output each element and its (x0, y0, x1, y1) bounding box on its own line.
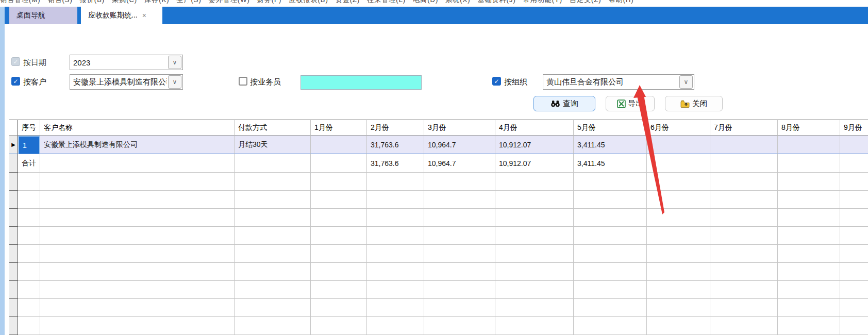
grid-cell (710, 299, 778, 317)
grid-corner-cell[interactable] (9, 120, 18, 136)
grid-cell (574, 299, 647, 317)
row-indicator-cell[interactable] (9, 154, 18, 173)
empty-row (9, 299, 868, 317)
grid-cell[interactable]: 3,411.45 (574, 154, 647, 173)
column-header-6月份[interactable]: 6月份 (647, 120, 710, 136)
excel-icon (617, 99, 626, 108)
grid-cell[interactable] (710, 136, 778, 154)
grid-cell (778, 263, 840, 281)
menu-bar-text: 销售管理(M) 销售(S) 报价(B) 采购(C) 库存(K) 生产(S) 委外… (0, 0, 868, 5)
by-date-checkbox[interactable]: ✓ (11, 57, 20, 66)
grid-cell (235, 299, 311, 317)
column-header-3月份[interactable]: 3月份 (424, 120, 495, 136)
close-button[interactable]: 关闭 (665, 96, 723, 111)
grid-cell[interactable] (40, 154, 235, 173)
grid-cell (647, 317, 710, 335)
row-marker-cell[interactable]: ▶ (9, 136, 18, 154)
grid-cell (574, 227, 647, 245)
table-row-total: 合计31,763.610,964.710,912.073,411.45 (9, 154, 868, 173)
grid-cell (778, 227, 840, 245)
by-salesman-checkbox[interactable] (239, 77, 247, 86)
grid-cell[interactable] (778, 154, 840, 173)
grid-cell[interactable]: 31,763.6 (367, 154, 424, 173)
grid-cell[interactable]: 10,964.7 (424, 136, 495, 154)
chevron-down-icon[interactable]: ∨ (679, 75, 693, 89)
grid-cell (235, 191, 311, 209)
by-date-label: 按日期 (23, 58, 46, 68)
tab-receivable-aging-stats[interactable]: 应收款账期统... × (81, 7, 162, 24)
org-select[interactable]: 黄山伟旦合金有限公司 ∨ (543, 74, 694, 90)
empty-row (9, 191, 868, 209)
grid-cell (424, 299, 495, 317)
close-icon[interactable]: × (142, 11, 146, 20)
grid-cell (424, 191, 495, 209)
grid-cell (367, 191, 424, 209)
close-button-label: 关闭 (692, 99, 708, 109)
chevron-down-icon[interactable]: ∨ (168, 75, 181, 89)
data-grid: 序号客户名称付款方式1月份2月份3月份4月份5月份6月份7月份8月份9月份▶1安… (9, 120, 868, 335)
column-header-9月份[interactable]: 9月份 (840, 120, 868, 136)
tab-desktop-navigation[interactable]: 桌面导航 (9, 7, 77, 24)
grid-cell[interactable] (647, 136, 710, 154)
grid-cell (311, 245, 367, 263)
grid-cell[interactable] (840, 136, 868, 154)
column-header-8月份[interactable]: 8月份 (778, 120, 840, 136)
customer-select[interactable]: 安徽景上添模具制造有限公司 ∨ (70, 74, 183, 90)
year-select[interactable]: 2023 ∨ (70, 55, 183, 70)
grid-cell[interactable]: 10,912.07 (495, 136, 574, 154)
salesman-input[interactable] (301, 75, 422, 90)
chevron-down-icon[interactable]: ∨ (168, 56, 181, 69)
column-header-客户名称[interactable]: 客户名称 (40, 120, 235, 136)
grid-cell (311, 281, 367, 299)
grid-cell[interactable]: 1 (18, 136, 40, 154)
grid-cell (647, 191, 710, 209)
grid-cell (424, 317, 495, 335)
column-header-序号[interactable]: 序号 (18, 120, 40, 136)
grid-cell (778, 173, 840, 191)
grid-cell[interactable]: 合计 (18, 154, 40, 173)
query-button[interactable]: 查询 (533, 96, 595, 111)
grid-cell[interactable]: 31,763.6 (367, 136, 424, 154)
grid-cell[interactable] (235, 154, 311, 173)
grid-cell[interactable] (840, 154, 868, 173)
grid-cell[interactable]: 3,411.45 (574, 136, 647, 154)
export-button[interactable]: 导出 (606, 96, 655, 111)
table-row-customer: ▶1安徽景上添模具制造有限公司月结30天31,763.610,964.710,9… (9, 136, 868, 154)
by-customer-checkbox[interactable]: ✓ (11, 77, 20, 86)
column-header-2月份[interactable]: 2月份 (367, 120, 424, 136)
grid-cell (18, 191, 40, 209)
grid-cell (18, 227, 40, 245)
grid-cell (647, 173, 710, 191)
grid-cell[interactable] (311, 136, 367, 154)
grid-cell[interactable]: 月结30天 (235, 136, 311, 154)
grid-cell (574, 191, 647, 209)
grid-cell (495, 209, 574, 227)
column-header-7月份[interactable]: 7月份 (710, 120, 778, 136)
column-header-4月份[interactable]: 4月份 (495, 120, 574, 136)
grid-cell (778, 245, 840, 263)
row-indicator-cell (9, 263, 18, 281)
grid-cell[interactable] (778, 136, 840, 154)
grid-cell (710, 227, 778, 245)
grid-cell[interactable]: 10,964.7 (424, 154, 495, 173)
grid-cell (424, 173, 495, 191)
column-header-付款方式[interactable]: 付款方式 (235, 120, 311, 136)
grid-cell[interactable]: 安徽景上添模具制造有限公司 (40, 136, 235, 154)
by-org-checkbox[interactable]: ✓ (492, 77, 501, 86)
menu-bar-clipped[interactable]: 销售管理(M) 销售(S) 报价(B) 采购(C) 库存(K) 生产(S) 委外… (0, 0, 868, 7)
grid-cell (495, 263, 574, 281)
grid-cell[interactable] (311, 154, 367, 173)
column-header-1月份[interactable]: 1月份 (311, 120, 367, 136)
grid-cell[interactable]: 10,912.07 (495, 154, 574, 173)
grid-cell (367, 299, 424, 317)
grid-cell (424, 245, 495, 263)
grid-cell[interactable] (647, 154, 710, 173)
column-header-5月份[interactable]: 5月份 (574, 120, 647, 136)
grid-cell (574, 281, 647, 299)
grid-cell (495, 299, 574, 317)
grid-cell (778, 317, 840, 335)
year-select-value: 2023 (70, 58, 167, 67)
grid-cell[interactable] (710, 154, 778, 173)
grid-cell (495, 245, 574, 263)
grid-cell (18, 245, 40, 263)
